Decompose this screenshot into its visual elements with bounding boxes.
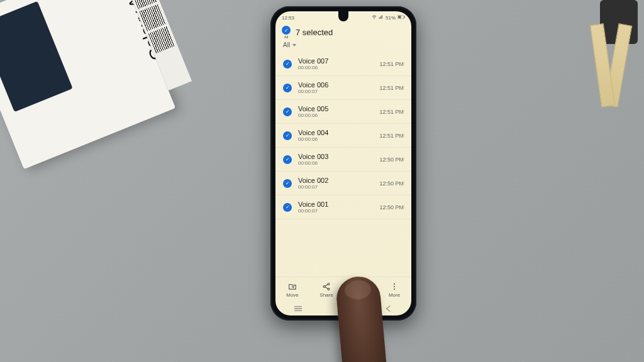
more-vert-icon xyxy=(390,282,399,291)
check-icon: ✓ xyxy=(282,26,291,35)
item-name: Voice 002 xyxy=(298,177,373,184)
box-phone-photo xyxy=(0,1,73,112)
item-duration: 00:00:07 xyxy=(298,89,373,94)
product-box: Galaxy A06 xyxy=(0,0,175,169)
share-label: Share xyxy=(319,292,333,298)
item-name: Voice 003 xyxy=(298,153,373,160)
item-name: Voice 005 xyxy=(298,105,373,112)
list-item[interactable]: ✓ Voice 001 00:00:07 12:50 PM xyxy=(275,195,411,219)
item-duration: 00:00:06 xyxy=(298,160,373,166)
clamp-prop xyxy=(562,0,644,107)
item-duration: 00:00:07 xyxy=(298,184,373,190)
category-filter[interactable]: All xyxy=(275,40,411,52)
phone-device: 12:53 51% ✓ All xyxy=(270,6,416,321)
check-icon[interactable]: ✓ xyxy=(283,84,292,92)
check-icon[interactable]: ✓ xyxy=(283,179,292,188)
list-item[interactable]: ✓ Voice 002 00:00:07 12:50 PM xyxy=(275,172,411,195)
move-label: Move xyxy=(286,292,299,298)
svg-point-8 xyxy=(394,288,395,290)
more-button[interactable]: More xyxy=(380,282,408,298)
item-name: Voice 001 xyxy=(298,200,373,208)
check-icon[interactable]: ✓ xyxy=(283,155,292,164)
item-time: 12:51 PM xyxy=(379,61,404,67)
item-time: 12:51 PM xyxy=(379,109,404,115)
list-item[interactable]: ✓ Voice 003 00:00:06 12:50 PM xyxy=(275,148,411,172)
svg-point-7 xyxy=(394,286,395,287)
item-name: Voice 006 xyxy=(298,81,373,89)
status-battery-text: 51% xyxy=(386,15,396,21)
svg-rect-1 xyxy=(404,16,404,18)
list-item[interactable]: ✓ Voice 006 00:00:07 12:51 PM xyxy=(275,76,411,100)
share-icon xyxy=(322,282,331,291)
check-icon[interactable]: ✓ xyxy=(283,60,292,69)
list-item[interactable]: ✓ Voice 005 00:00:06 12:51 PM xyxy=(275,100,411,124)
barcode xyxy=(148,26,175,54)
item-duration: 00:00:07 xyxy=(298,208,373,214)
item-duration: 00:00:06 xyxy=(298,136,373,142)
barcode xyxy=(140,4,166,31)
signal-icon xyxy=(379,14,384,21)
item-duration: 00:00:06 xyxy=(298,65,373,70)
more-label: More xyxy=(389,292,400,298)
check-icon[interactable]: ✓ xyxy=(283,203,292,212)
list-item[interactable]: ✓ Voice 004 00:00:06 12:51 PM xyxy=(275,124,411,148)
svg-point-6 xyxy=(394,283,395,285)
folder-move-icon xyxy=(288,282,297,291)
item-time: 12:50 PM xyxy=(379,204,404,211)
check-icon[interactable]: ✓ xyxy=(283,131,292,140)
scene: Galaxy A06 12:53 xyxy=(0,0,644,362)
status-time: 12:53 xyxy=(282,15,294,21)
chevron-down-icon xyxy=(292,44,296,47)
check-icon[interactable]: ✓ xyxy=(283,107,292,116)
recordings-list: ✓ Voice 007 00:00:06 12:51 PM ✓ Voice 00… xyxy=(275,52,411,277)
select-all-toggle[interactable]: ✓ All xyxy=(282,26,291,39)
item-time: 12:50 PM xyxy=(379,156,404,163)
camera-notch xyxy=(338,11,348,21)
item-name: Voice 004 xyxy=(298,129,373,136)
selected-count: 7 selected xyxy=(296,28,333,37)
filter-label: All xyxy=(283,41,290,48)
selection-header: ✓ All 7 selected xyxy=(275,22,411,40)
nav-recents[interactable] xyxy=(286,305,311,312)
item-time: 12:51 PM xyxy=(379,85,404,91)
battery-icon xyxy=(397,14,405,21)
list-item[interactable]: ✓ Voice 007 00:00:06 12:51 PM xyxy=(275,52,411,76)
item-time: 12:50 PM xyxy=(379,180,404,187)
item-duration: 00:00:06 xyxy=(298,112,373,118)
wifi-icon xyxy=(372,14,377,21)
phone-screen: 12:53 51% ✓ All xyxy=(275,11,411,315)
svg-rect-2 xyxy=(398,16,401,18)
select-all-label: All xyxy=(284,35,289,39)
item-time: 12:51 PM xyxy=(379,133,404,139)
box-barcodes xyxy=(117,0,192,90)
move-button[interactable]: Move xyxy=(279,282,306,298)
item-name: Voice 007 xyxy=(298,57,373,65)
